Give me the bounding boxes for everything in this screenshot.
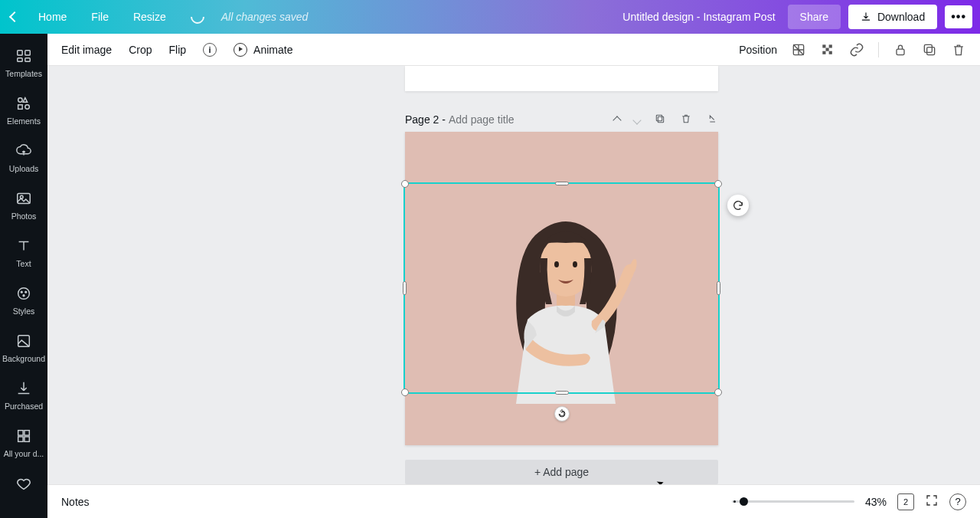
page-2-canvas[interactable] — [405, 132, 718, 445]
download-label: Download — [877, 11, 925, 23]
separator — [878, 42, 879, 57]
svg-rect-0 — [18, 51, 22, 55]
svg-point-31 — [554, 261, 559, 267]
checker-icon[interactable] — [820, 42, 835, 57]
edit-image-button[interactable]: Edit image — [61, 44, 112, 56]
sidebar-item-templates[interactable]: Templates — [0, 40, 47, 87]
svg-rect-24 — [897, 49, 904, 54]
notes-button[interactable]: Notes — [61, 496, 90, 508]
photos-icon — [15, 190, 32, 207]
topbar-right: Untitled design - Instagram Post Share D… — [622, 5, 972, 29]
info-icon[interactable]: i — [203, 43, 217, 57]
animate-button[interactable]: Animate — [234, 43, 292, 57]
svg-rect-1 — [25, 51, 30, 55]
svg-rect-17 — [24, 437, 29, 441]
animate-label: Animate — [253, 44, 292, 56]
download-button[interactable]: Download — [848, 5, 937, 29]
zoom-slider[interactable] — [732, 500, 854, 503]
link-icon[interactable] — [849, 42, 864, 57]
sidebar-item-styles[interactable]: Styles — [0, 277, 47, 325]
svg-rect-28 — [656, 115, 662, 120]
page-title-input[interactable]: Add page title — [449, 113, 514, 126]
add-page-button[interactable]: + Add page — [405, 460, 718, 484]
home-button[interactable]: Home — [28, 6, 77, 28]
sidebar-label: Background — [2, 354, 45, 363]
sidebar-item-photos[interactable]: Photos — [0, 182, 47, 230]
page-count-badge[interactable]: 2 — [897, 493, 914, 510]
sidebar-item-uploads[interactable]: Uploads — [0, 135, 47, 182]
sidebar-label: Purchased — [5, 402, 43, 411]
share-button[interactable]: Share — [788, 5, 841, 29]
file-button[interactable]: File — [80, 6, 119, 28]
sidebar-label: Templates — [5, 69, 42, 78]
help-icon[interactable]: ? — [949, 493, 966, 510]
text-icon — [15, 238, 32, 254]
sidebar-label: Elements — [7, 116, 41, 126]
sidebar-label: Photos — [11, 211, 37, 221]
context-toolbar: Edit image Crop Flip i Animate Position — [47, 34, 980, 66]
svg-rect-6 — [25, 105, 30, 110]
svg-rect-5 — [18, 105, 23, 110]
trash-icon[interactable] — [951, 42, 966, 57]
svg-rect-15 — [24, 431, 29, 435]
sidebar-label: All your d... — [4, 449, 44, 458]
sidebar-item-all-designs[interactable]: All your d... — [0, 420, 47, 467]
page-copy-icon[interactable] — [654, 113, 666, 127]
svg-point-9 — [18, 288, 30, 300]
templates-icon — [15, 48, 32, 64]
zoom-slider-min — [733, 500, 736, 503]
svg-rect-27 — [658, 116, 663, 122]
svg-rect-22 — [822, 51, 825, 54]
svg-point-4 — [18, 98, 23, 103]
zoom-slider-knob[interactable] — [740, 497, 748, 506]
sidebar-item-purchased[interactable]: Purchased — [0, 372, 47, 420]
svg-rect-14 — [18, 431, 23, 435]
page-header: Page 2 - Add page title — [405, 107, 718, 132]
download-icon — [861, 11, 871, 22]
transparency-icon[interactable] — [791, 42, 806, 57]
undo-icon[interactable] — [188, 7, 207, 26]
svg-rect-20 — [829, 44, 832, 48]
back-icon[interactable] — [9, 11, 20, 22]
sidebar-item-favorites[interactable] — [0, 467, 47, 501]
design-title[interactable]: Untitled design - Instagram Post — [622, 11, 775, 23]
lock-icon[interactable] — [893, 42, 908, 57]
svg-point-10 — [21, 291, 22, 293]
svg-point-12 — [23, 295, 24, 297]
uploads-icon — [15, 143, 32, 159]
fullscreen-icon[interactable] — [925, 493, 939, 510]
sidebar-item-text[interactable]: Text — [0, 230, 47, 277]
svg-rect-16 — [18, 437, 23, 441]
more-button[interactable]: ••• — [945, 5, 972, 28]
crop-button[interactable]: Crop — [129, 44, 152, 56]
resize-button[interactable]: Resize — [122, 6, 177, 28]
page-down-icon[interactable] — [634, 113, 640, 126]
sidebar-item-elements[interactable]: Elements — [0, 87, 47, 135]
position-button[interactable]: Position — [739, 44, 777, 56]
svg-rect-3 — [25, 58, 30, 62]
refresh-floating-button[interactable] — [727, 195, 749, 216]
placed-image[interactable] — [466, 205, 665, 404]
sidebar: Templates Elements Uploads Photos Text S… — [0, 34, 47, 518]
svg-rect-19 — [822, 44, 825, 48]
page-delete-icon[interactable] — [680, 113, 692, 127]
ctx-right: Position — [739, 42, 966, 57]
sidebar-label: Uploads — [9, 164, 39, 173]
copy-icon[interactable] — [922, 42, 937, 57]
page-share-icon[interactable] — [706, 113, 718, 127]
sidebar-item-background[interactable]: Background — [0, 325, 47, 372]
bottom-bar: Notes 43% 2 ? — [47, 484, 980, 518]
page-up-icon[interactable] — [614, 113, 620, 126]
animate-icon — [234, 43, 247, 57]
canvas-area[interactable]: Page 2 - Add page title — [47, 66, 980, 484]
background-icon — [15, 333, 32, 349]
elements-icon — [15, 95, 32, 112]
page-1-preview[interactable] — [405, 66, 718, 91]
svg-rect-2 — [18, 58, 22, 62]
all-designs-icon — [15, 428, 32, 444]
topbar-left: Home File Resize All changes saved — [8, 6, 308, 28]
styles-icon — [15, 285, 32, 302]
zoom-value[interactable]: 43% — [865, 496, 887, 508]
svg-point-32 — [573, 261, 577, 267]
flip-button[interactable]: Flip — [169, 44, 187, 56]
